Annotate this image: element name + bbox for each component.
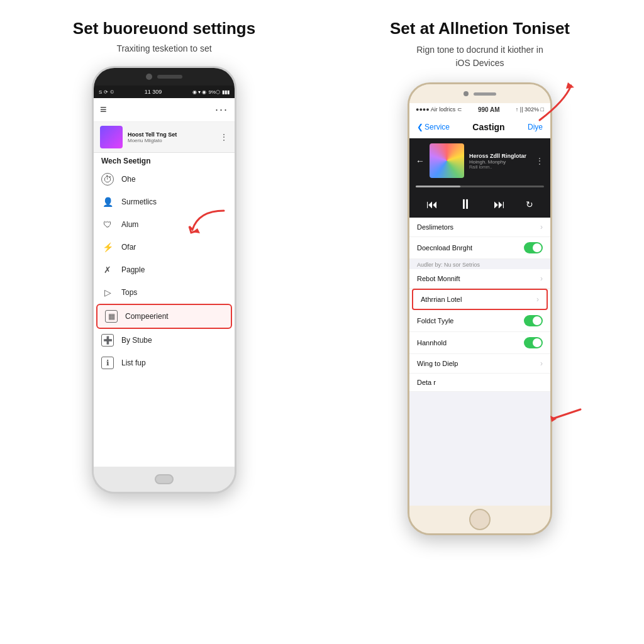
np-artist: Moeriu Mligtato	[128, 138, 214, 143]
settings-list: Deslimetors › Doecnload Bnrght	[409, 218, 550, 259]
setting-doecnload[interactable]: Doecnload Bnrght	[409, 237, 550, 259]
surmetlics-label: Surmetlics	[121, 197, 157, 206]
alum-icon: 🛡	[101, 218, 114, 231]
iphone-screen: ●●●● Air lodrics ⊂ 990 AM ↑ || 302% □ ❮ …	[409, 103, 550, 506]
by-stube-label: By Stube	[121, 336, 152, 345]
home-button[interactable]	[155, 474, 174, 484]
player-album-art	[430, 143, 464, 178]
red-arrow-setting	[543, 397, 587, 428]
rewind-button[interactable]: ⏮	[426, 198, 438, 211]
status-icons-left: S ⟳ ©	[99, 89, 114, 95]
player-sub: Raill lomm..	[469, 165, 530, 169]
iphone-camera	[464, 91, 469, 96]
np-title: Hoost Tell Tng Set	[128, 131, 214, 138]
player-artist: Hoingh. Monphy	[469, 159, 530, 165]
tops-icon: ▷	[101, 286, 114, 299]
athrrian-label: Athrrian Lotel	[421, 296, 462, 303]
setting-hannhold[interactable]: Hannhold	[409, 332, 550, 354]
np-dots-icon[interactable]: ⋮	[219, 132, 228, 142]
pause-button[interactable]: ⏸	[458, 196, 472, 213]
camera-icon	[146, 74, 152, 80]
carrier-text: ●●●● Air lodrics ⊂	[416, 106, 462, 113]
ohe-label: Ohe	[121, 175, 136, 184]
chevron-icon-3: ›	[536, 295, 539, 304]
rebot-label: Rebot Monnift	[417, 275, 460, 282]
android-phone: S ⟳ © 11 309 ◉ ▾ ◉ 9%⬡ ▮▮▮ ≡	[92, 66, 236, 494]
svg-marker-2	[550, 416, 557, 422]
left-subheading: Traxiting tesketion to set	[116, 43, 211, 53]
menu-item-ohe[interactable]: ⏱ Ohe	[94, 168, 235, 191]
foldct-label: Foldct Tyyle	[417, 317, 454, 325]
iphone-bottom	[409, 506, 550, 533]
surmetlics-icon: 👤	[101, 196, 114, 208]
setting-wing[interactable]: Wing to Dielp ›	[409, 354, 550, 374]
red-arrow-top-right	[527, 76, 584, 133]
android-bottom	[94, 467, 235, 492]
menu-list: ⏱ Ohe 👤 Surmetlics 🛡 Alum ⚡	[94, 168, 235, 374]
compeerient-label: Compeerient	[125, 312, 169, 321]
status-icons-right: ◉ ▾ ◉ 9%⬡ ▮▮▮	[192, 89, 230, 95]
setting-deta: Deta r	[409, 374, 550, 392]
player-info: Heross Zdll Ringlotar Hoingh. Monphy Rai…	[469, 153, 530, 169]
android-top-bar	[94, 68, 235, 86]
chevron-icon: ›	[540, 223, 543, 231]
ofar-icon: ⚡	[101, 241, 114, 253]
player-title: Heross Zdll Ringlotar	[469, 153, 530, 159]
menu-item-pagple[interactable]: ✗ Pagple	[94, 258, 235, 281]
compeerient-icon: ▦	[105, 310, 118, 323]
menu-item-compeerient[interactable]: ▦ Compeerient	[96, 304, 232, 329]
setting-rebot[interactable]: Rebot Monnift ›	[409, 269, 550, 289]
player-options-icon[interactable]: ⋮	[535, 156, 544, 166]
chevron-back-icon: ❮	[417, 123, 423, 131]
menu-item-tops[interactable]: ▷ Tops	[94, 281, 235, 304]
chevron-icon-2: ›	[540, 274, 543, 283]
hamburger-icon[interactable]: ≡	[100, 103, 107, 116]
by-stube-icon: ➕	[101, 334, 114, 347]
setting-deslimetors[interactable]: Deslimetors ›	[409, 218, 550, 237]
setting-foldct[interactable]: Foldct Tyyle	[409, 310, 550, 332]
player-controls: ⏮ ⏸ ⏭ ↻	[409, 196, 550, 218]
back-button[interactable]: ❮ Service	[417, 123, 450, 131]
menu-item-ofar[interactable]: ⚡ Ofar	[94, 236, 235, 258]
android-status-bar: S ⟳ © 11 309 ◉ ▾ ◉ 9%⬡ ▮▮▮	[94, 86, 235, 98]
iphone-speaker	[474, 92, 496, 96]
chevron-icon-4: ›	[540, 359, 543, 368]
iphone: ●●●● Air lodrics ⊂ 990 AM ↑ || 302% □ ❮ …	[408, 82, 552, 535]
menu-item-by-stube[interactable]: ➕ By Stube	[94, 329, 235, 352]
deta-label: Deta r	[417, 379, 436, 386]
iphone-home-button[interactable]	[469, 509, 491, 530]
fast-forward-button[interactable]: ⏭	[494, 198, 505, 211]
album-art	[100, 126, 123, 148]
progress-fill	[416, 186, 460, 187]
foldct-toggle[interactable]	[524, 315, 543, 326]
status-time: 11 309	[145, 89, 162, 95]
hannhold-label: Hannhold	[417, 339, 447, 347]
list-fup-icon: ℹ	[101, 357, 114, 369]
android-screen: ≡ ··· Hoost Tell Tng Set Moeriu Mligtato…	[94, 98, 235, 467]
back-label: Service	[425, 123, 450, 131]
music-player-card: ← Heross Zdll Ringlotar Hoingh. Monphy R…	[409, 138, 550, 183]
nav-title: Castign	[472, 122, 504, 132]
progress-bar[interactable]	[416, 186, 544, 187]
now-playing-bar: Hoost Tell Tng Set Moeriu Mligtato ⋮	[94, 122, 235, 153]
menu-item-surmetlics[interactable]: 👤 Surmetlics	[94, 191, 235, 213]
dots-menu-icon[interactable]: ···	[215, 103, 228, 116]
menu-section-title: Wech Seetign	[94, 153, 235, 168]
menu-item-alum[interactable]: 🛡 Alum	[94, 213, 235, 236]
hannhold-toggle[interactable]	[524, 337, 543, 348]
np-info: Hoost Tell Tng Set Moeriu Mligtato	[128, 131, 214, 143]
settings-list-2: Rebot Monnift › Athrrian Lotel › Foldct …	[409, 269, 550, 392]
svg-marker-1	[566, 82, 574, 89]
pagple-label: Pagple	[121, 265, 145, 274]
doecnload-toggle[interactable]	[524, 242, 543, 253]
section-header-audler: Audler by: Nu sor Setrios	[409, 259, 550, 269]
setting-athrrian[interactable]: Athrrian Lotel ›	[412, 289, 548, 310]
ofar-label: Ofar	[121, 243, 136, 252]
repeat-button[interactable]: ↻	[526, 199, 533, 209]
player-back-icon[interactable]: ←	[416, 156, 425, 166]
pagple-icon: ✗	[101, 264, 114, 276]
time-text: 990 AM	[478, 106, 500, 113]
doecnload-label: Doecnload Bnrght	[417, 244, 472, 252]
deslimetors-label: Deslimetors	[417, 223, 453, 231]
menu-item-list-fup[interactable]: ℹ List fup	[94, 352, 235, 374]
